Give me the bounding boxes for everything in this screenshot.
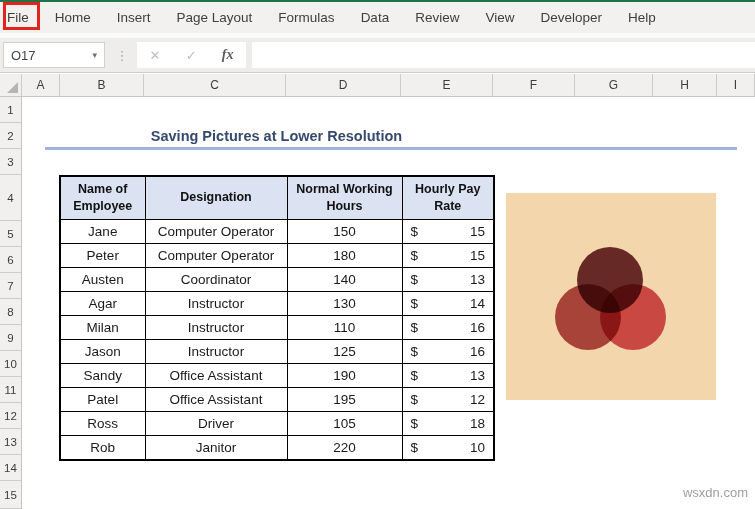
cell-name[interactable]: Sandy	[60, 364, 145, 388]
cell-designation[interactable]: Instructor	[145, 316, 287, 340]
table-column-header[interactable]: Normal Working Hours	[287, 176, 402, 220]
column-header-f[interactable]: F	[493, 74, 575, 96]
menu-tab-file[interactable]: File	[7, 10, 29, 25]
sheet-title-cell[interactable]: Saving Pictures at Lower Resolution	[60, 123, 493, 149]
menu-tab-help[interactable]: Help	[628, 10, 656, 25]
currency-symbol: $	[411, 248, 419, 263]
row-header-9[interactable]: 9	[0, 325, 21, 351]
row-header-3[interactable]: 3	[0, 149, 21, 175]
cell-designation[interactable]: Computer Operator	[145, 244, 287, 268]
currency-symbol: $	[411, 392, 419, 407]
column-headers: ABCDEFGHI	[0, 74, 755, 97]
cell-name[interactable]: Milan	[60, 316, 145, 340]
watermark-text: wsxdn.com	[683, 485, 748, 500]
table-column-header[interactable]: Name of Employee	[60, 176, 145, 220]
cell-hours[interactable]: 195	[287, 388, 402, 412]
enter-icon[interactable]: ✓	[186, 48, 197, 63]
column-header-c[interactable]: C	[144, 74, 286, 96]
cell-rate[interactable]: $10	[402, 436, 494, 461]
name-box-dropdown-icon[interactable]: ▾	[92, 50, 97, 60]
cell-rate[interactable]: $13	[402, 364, 494, 388]
menu-tab-page-layout[interactable]: Page Layout	[177, 10, 253, 25]
row-header-6[interactable]: 6	[0, 247, 21, 273]
cell-rate[interactable]: $12	[402, 388, 494, 412]
row-header-13[interactable]: 13	[0, 429, 21, 455]
cell-rate[interactable]: $13	[402, 268, 494, 292]
column-header-a[interactable]: A	[22, 74, 60, 96]
cell-rate[interactable]: $14	[402, 292, 494, 316]
cancel-icon[interactable]: ✕	[150, 48, 161, 63]
cell-designation[interactable]: Coordinator	[145, 268, 287, 292]
row-header-2[interactable]: 2	[0, 123, 21, 149]
row-header-10[interactable]: 10	[0, 351, 21, 377]
table-row: JasonInstructor125$16	[60, 340, 494, 364]
cell-name[interactable]: Patel	[60, 388, 145, 412]
embedded-picture[interactable]	[506, 193, 716, 400]
menu-tab-data[interactable]: Data	[361, 10, 390, 25]
cell-rate[interactable]: $15	[402, 220, 494, 244]
cell-name[interactable]: Agar	[60, 292, 145, 316]
insert-function-icon[interactable]: fx	[222, 47, 234, 63]
menu-tab-formulas[interactable]: Formulas	[278, 10, 334, 25]
cell-designation[interactable]: Office Assistant	[145, 364, 287, 388]
column-header-b[interactable]: B	[60, 74, 144, 96]
row-header-11[interactable]: 11	[0, 377, 21, 403]
row-header-15[interactable]: 15	[0, 481, 21, 509]
cell-designation[interactable]: Computer Operator	[145, 220, 287, 244]
currency-symbol: $	[411, 344, 419, 359]
cell-hours[interactable]: 125	[287, 340, 402, 364]
table-row: RossDriver105$18	[60, 412, 494, 436]
column-header-e[interactable]: E	[401, 74, 493, 96]
menu-tab-home[interactable]: Home	[55, 10, 91, 25]
cell-name[interactable]: Jason	[60, 340, 145, 364]
cell-hours[interactable]: 130	[287, 292, 402, 316]
cell-hours[interactable]: 180	[287, 244, 402, 268]
cell-designation[interactable]: Janitor	[145, 436, 287, 461]
select-all-corner[interactable]	[0, 74, 22, 96]
cell-hours[interactable]: 110	[287, 316, 402, 340]
cell-rate[interactable]: $16	[402, 340, 494, 364]
cell-hours[interactable]: 140	[287, 268, 402, 292]
cell-rate[interactable]: $18	[402, 412, 494, 436]
row-header-5[interactable]: 5	[0, 221, 21, 247]
row-header-7[interactable]: 7	[0, 273, 21, 299]
pay-cell-content: $10	[403, 440, 494, 455]
cell-rate[interactable]: $16	[402, 316, 494, 340]
row-header-14[interactable]: 14	[0, 455, 21, 481]
column-header-h[interactable]: H	[653, 74, 717, 96]
cell-name[interactable]: Peter	[60, 244, 145, 268]
rate-value: 16	[470, 320, 485, 335]
menu-tab-review[interactable]: Review	[415, 10, 459, 25]
cell-hours[interactable]: 190	[287, 364, 402, 388]
column-header-d[interactable]: D	[286, 74, 401, 96]
table-column-header[interactable]: Hourly Pay Rate	[402, 176, 494, 220]
cell-name[interactable]: Rob	[60, 436, 145, 461]
row-headers: 123456789101112131415	[0, 97, 22, 509]
cell-designation[interactable]: Office Assistant	[145, 388, 287, 412]
cell-rate[interactable]: $15	[402, 244, 494, 268]
row-header-12[interactable]: 12	[0, 403, 21, 429]
column-header-g[interactable]: G	[575, 74, 653, 96]
cell-name[interactable]: Austen	[60, 268, 145, 292]
menu-tab-view[interactable]: View	[485, 10, 514, 25]
cell-name[interactable]: Ross	[60, 412, 145, 436]
formula-input[interactable]	[252, 42, 755, 68]
cell-name[interactable]: Jane	[60, 220, 145, 244]
menu-tab-developer[interactable]: Developer	[540, 10, 602, 25]
cell-hours[interactable]: 105	[287, 412, 402, 436]
cell-hours[interactable]: 150	[287, 220, 402, 244]
row-header-8[interactable]: 8	[0, 299, 21, 325]
column-header-i[interactable]: I	[717, 74, 755, 96]
table-column-header[interactable]: Designation	[145, 176, 287, 220]
formula-bar-drag-handle-icon[interactable]: ⋮	[114, 42, 130, 68]
cell-hours[interactable]: 220	[287, 436, 402, 461]
row-header-4[interactable]: 4	[0, 175, 21, 221]
cell-designation[interactable]: Instructor	[145, 292, 287, 316]
cell-designation[interactable]: Instructor	[145, 340, 287, 364]
table-row: PatelOffice Assistant195$12	[60, 388, 494, 412]
name-box[interactable]: O17 ▾	[3, 42, 105, 68]
rate-value: 10	[470, 440, 485, 455]
cell-designation[interactable]: Driver	[145, 412, 287, 436]
row-header-1[interactable]: 1	[0, 97, 21, 123]
menu-tab-insert[interactable]: Insert	[117, 10, 151, 25]
